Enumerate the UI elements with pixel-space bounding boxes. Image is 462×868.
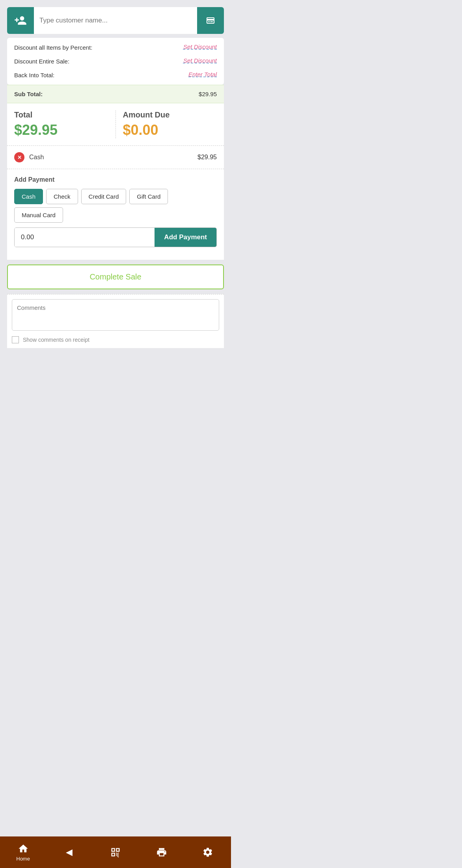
subtotal-label: Sub Total: (14, 91, 43, 97)
discount-items-row: Discount all Items by Percent: Set Disco… (14, 43, 217, 52)
add-customer-icon (14, 14, 27, 27)
payment-input-row: Add Payment (14, 227, 217, 247)
subtotal-value: $29.95 (199, 91, 217, 97)
complete-sale-section: Complete Sale (7, 260, 224, 294)
main-container: Discount all Items by Percent: Set Disco… (0, 7, 231, 380)
discount-sale-label: Discount Entire Sale: (14, 57, 69, 65)
show-comments-row: Show comments on receipt (12, 336, 219, 343)
customer-card-icon (205, 16, 216, 25)
show-comments-label: Show comments on receipt (23, 337, 89, 343)
customer-section (7, 7, 224, 34)
set-discount-sale-link[interactable]: Set Discount (183, 57, 217, 64)
comments-textarea[interactable] (12, 299, 219, 331)
total-section: Total $29.95 Amount Due $0.00 (7, 103, 224, 146)
payment-method-btn-manual-card[interactable]: Manual Card (14, 207, 63, 223)
payment-amount-input[interactable] (15, 228, 155, 247)
payment-method-btn-credit-card[interactable]: Credit Card (81, 189, 127, 204)
amount-due-amount: $0.00 (123, 122, 217, 138)
remove-cash-button[interactable] (14, 152, 24, 162)
total-heading: Total (14, 110, 108, 119)
add-payment-button[interactable]: Add Payment (155, 228, 216, 247)
comments-section: Show comments on receipt (7, 294, 224, 348)
add-payment-section: Add Payment CashCheckCredit CardGift Car… (7, 169, 224, 260)
enter-total-link[interactable]: Enter Total (188, 71, 217, 78)
total-amount: $29.95 (14, 122, 108, 138)
show-comments-checkbox[interactable] (12, 336, 19, 343)
subtotal-row: Sub Total: $29.95 (7, 85, 224, 103)
discount-section: Discount all Items by Percent: Set Disco… (7, 38, 224, 85)
payment-method-btn-cash[interactable]: Cash (14, 189, 43, 204)
cash-payment-row: Cash $29.95 (7, 146, 224, 169)
cash-method-name: Cash (29, 154, 44, 161)
discount-sale-row: Discount Entire Sale: Set Discount (14, 57, 217, 65)
cash-payment-amount: $29.95 (197, 154, 217, 161)
back-into-row: Back Into Total: Enter Total (14, 71, 217, 79)
discount-items-label: Discount all Items by Percent: (14, 43, 92, 52)
payment-left: Cash (14, 152, 44, 162)
payment-method-buttons: CashCheckCredit CardGift CardManual Card (14, 189, 217, 223)
amount-due-heading: Amount Due (123, 110, 217, 119)
payment-method-btn-check[interactable]: Check (46, 189, 78, 204)
set-discount-items-link[interactable]: Set Discount (183, 43, 217, 50)
total-right: Amount Due $0.00 (116, 110, 217, 138)
payment-method-btn-gift-card[interactable]: Gift Card (129, 189, 168, 204)
total-left: Total $29.95 (14, 110, 116, 138)
complete-sale-button[interactable]: Complete Sale (7, 264, 224, 289)
back-into-label: Back Into Total: (14, 71, 54, 79)
add-payment-title: Add Payment (14, 176, 217, 183)
customer-card-button[interactable] (197, 7, 224, 34)
add-customer-button[interactable] (7, 7, 34, 34)
customer-name-input[interactable] (34, 7, 197, 34)
